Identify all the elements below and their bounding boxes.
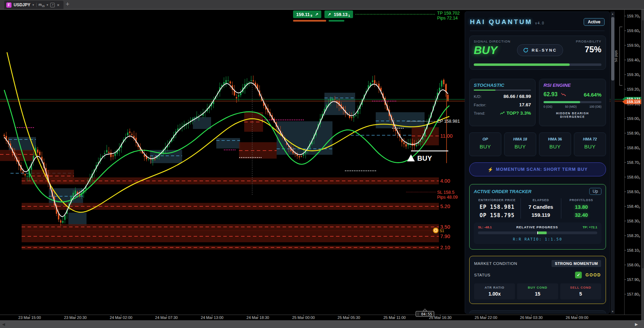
svg-text:158.000: 158.000 <box>627 263 640 267</box>
quote-panel: 159.119 ↗ ↗ 159.131 <box>293 10 353 22</box>
svg-text:158.700: 158.700 <box>627 160 640 165</box>
elapsed-candles: 7 Candles <box>522 204 560 210</box>
panel-title: HAI QUANTUM <box>470 18 532 26</box>
signal-card-op[interactable]: OPBUY <box>469 132 501 156</box>
svg-text:23 Mar 20:30: 23 Mar 20:30 <box>64 315 87 320</box>
svg-text:158.200: 158.200 <box>627 234 640 238</box>
horizontal-scrollbar[interactable]: ◀ ▶ <box>0 320 644 328</box>
tab-instrument-label: USDJPY <box>14 2 30 7</box>
scroll-up-icon[interactable]: ▲ <box>611 12 615 16</box>
bid-price-tag: 159.119 <box>627 100 640 104</box>
rsi-percent: 64.64% <box>584 92 601 98</box>
buy-sentiment-bar <box>329 20 344 22</box>
instrument-dropdown-icon[interactable]: ▾ <box>32 3 34 7</box>
stochastic-title-bar <box>474 90 531 91</box>
svg-text:158.500: 158.500 <box>627 190 640 194</box>
window-scrollbar-thumb[interactable] <box>642 20 644 268</box>
level-label: 4.00 <box>440 178 450 184</box>
profit-loss-header: PROFIT/LOSS <box>563 198 600 202</box>
relative-progress-bar <box>478 231 597 234</box>
panel-scrollbar-thumb[interactable] <box>611 17 614 81</box>
svg-text:157.900: 157.900 <box>627 277 640 282</box>
timeframe-label[interactable]: m15 <box>39 2 45 7</box>
relative-progress-box: SL: -48.1 RELATIVE PROGRESS TP: +72.1 R:… <box>474 222 601 244</box>
timeframe-dropdown-icon[interactable]: ▾ <box>47 3 48 7</box>
panel-header: HAI QUANTUM v4.0 Active <box>470 17 605 27</box>
panel-version: v4.0 <box>535 21 545 25</box>
active-status-badge[interactable]: Active <box>584 18 605 26</box>
chart-tab-usdjpy[interactable]: F USDJPY ▾ m15 ▾ ↗ × <box>4 1 63 9</box>
svg-text:26 Mar 09:00: 26 Mar 09:00 <box>566 315 589 320</box>
rsi-scale-mid: 50 (MID) <box>565 105 577 108</box>
detach-chart-icon[interactable]: ↗ <box>50 3 55 7</box>
trend-label: Trend: <box>474 111 485 115</box>
svg-text:25 Mar 11:00: 25 Mar 11:00 <box>383 315 406 320</box>
tab-divider <box>36 3 37 7</box>
probability-fill <box>474 63 570 66</box>
y-axis[interactable]: 159.700159.600159.500159.400159.300159.2… <box>624 10 640 315</box>
candle-countdown: 04:55 <box>416 309 434 316</box>
tp-label: TP 159.702 <box>437 11 459 16</box>
risk-reward-label: R:R RATIO: 1:1.50 <box>478 237 597 241</box>
svg-text:159.600: 159.600 <box>627 29 640 33</box>
scroll-right-icon[interactable]: ▶ <box>635 322 638 327</box>
sl-label: SL 158.5 <box>437 190 455 195</box>
new-tab-button[interactable]: + <box>66 0 69 8</box>
rsi-divergence-label: HIDDEN BEARISH DIVERGENCE <box>544 112 601 119</box>
momentum-scan-button[interactable]: ⚡ MOMENTUM SCAN: SHORT TERM BUY <box>469 162 606 176</box>
svg-text:24 Mar 02:00: 24 Mar 02:00 <box>110 315 133 320</box>
relative-progress-label: RELATIVE PROGRESS <box>516 225 558 229</box>
status-check-icon[interactable]: ✓ <box>575 272 582 279</box>
buy-button[interactable]: ↗ 159.131 <box>324 10 353 18</box>
tracker-current-price: 159.119 <box>522 212 560 218</box>
x-axis: 23 Mar 15:0023 Mar 20:3024 Mar 02:0024 M… <box>0 315 644 320</box>
panel-scrollbar[interactable]: ▲ ▼ <box>611 12 615 314</box>
sentiment-bar <box>293 20 353 22</box>
ask-direction-icon: ↗ <box>328 12 331 17</box>
entry-price-value: EP 158.981 <box>475 204 519 210</box>
signal-card-hma36[interactable]: HMA 36BUY <box>539 132 571 156</box>
progress-fill <box>538 231 547 234</box>
rsi-title: RSI ENGINE <box>544 83 601 88</box>
level-label: 7.90 <box>440 234 450 239</box>
sell-button[interactable]: 159.119 ↗ <box>293 10 321 18</box>
signal-card-hma18[interactable]: HMA 18BUY <box>504 132 536 156</box>
resync-label: RE-SYNC <box>532 48 557 52</box>
close-tab-icon[interactable]: × <box>57 3 60 7</box>
scroll-down-icon[interactable]: ▼ <box>611 309 615 314</box>
svg-text:159.300: 159.300 <box>627 73 640 77</box>
tab-bar <box>0 0 644 9</box>
factor-label: Factor: <box>474 103 486 107</box>
ep-label: EP 158.981 <box>437 119 460 124</box>
signal-direction-card: SIGNAL DIRECTION BUY RE-SYNC PROBABILITY… <box>469 36 606 70</box>
trading-app-window: TP 159.702Pips 72.14EP 158.981SL 158.5Pi… <box>0 0 644 328</box>
svg-text:159.500: 159.500 <box>627 43 640 48</box>
svg-text:26 Mar 03:30: 26 Mar 03:30 <box>520 315 543 320</box>
atr-ratio-cell: ATR RATIO 1.00x <box>474 283 515 299</box>
stochastic-card: STOCHASTIC K/D: 86.66 / 68.99 Factor: 17… <box>469 79 536 126</box>
rsi-scale-low: 0 (OS) <box>544 105 552 108</box>
kd-value: 86.66 / 68.99 <box>503 94 531 99</box>
svg-text:158.900: 158.900 <box>627 131 640 136</box>
resync-button[interactable]: RE-SYNC <box>517 44 563 56</box>
svg-text:24 Mar 13:00: 24 Mar 13:00 <box>201 315 224 320</box>
ma-signal-row: OPBUY HMA 18BUY HMA 36BUY HMA 72BUY <box>469 132 606 156</box>
window-right-scrollbar[interactable] <box>641 10 644 320</box>
scroll-left-icon[interactable]: ◀ <box>2 322 5 327</box>
sell-sentiment-bar <box>293 20 326 22</box>
tracker-up-button[interactable]: Up <box>589 188 601 195</box>
pips-scale-bracket: 50 pips <box>614 27 622 85</box>
profit-top: 13.80 <box>563 204 600 210</box>
tracker-title: ACTIVE ORDER TRACKER <box>474 189 531 194</box>
svg-text:159.400: 159.400 <box>627 58 640 62</box>
signal-card-hma72[interactable]: HMA 72BUY <box>574 132 606 156</box>
factor-value: 17.67 <box>519 102 531 107</box>
order-price-value: OP 158.795 <box>475 212 519 219</box>
svg-text:25 Mar 22:00: 25 Mar 22:00 <box>475 315 497 320</box>
kd-label: K/D: <box>474 94 481 99</box>
probability-label: PROBABILITY <box>576 39 601 43</box>
header-divider <box>470 31 605 31</box>
rsi-value: 62.93 <box>544 91 557 98</box>
status-label: STATUS <box>474 273 491 277</box>
instrument-file-icon: F <box>6 2 12 8</box>
